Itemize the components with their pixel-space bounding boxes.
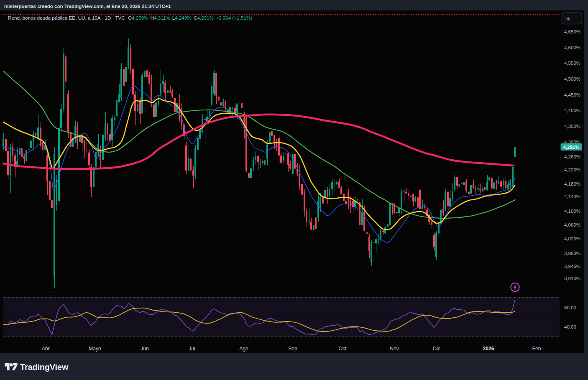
svg-text:4,650%: 4,650% bbox=[564, 29, 580, 34]
svg-text:60,00: 60,00 bbox=[564, 305, 576, 310]
svg-text:4,100%: 4,100% bbox=[564, 209, 580, 214]
svg-text:Rend. bonos deuda pública EE.: Rend. bonos deuda pública EE. UU. a 10A … bbox=[8, 15, 252, 20]
svg-text:Feb: Feb bbox=[532, 346, 541, 352]
svg-text:4,450%: 4,450% bbox=[564, 92, 580, 97]
svg-text:4,600%: 4,600% bbox=[564, 45, 580, 50]
svg-text:Jun: Jun bbox=[141, 346, 149, 352]
svg-text:4,140%: 4,140% bbox=[564, 194, 580, 199]
svg-text:4,220%: 4,220% bbox=[564, 167, 580, 172]
svg-text:Ago: Ago bbox=[239, 346, 248, 352]
svg-text:4,350%: 4,350% bbox=[564, 124, 580, 129]
svg-text:4,260%: 4,260% bbox=[564, 154, 580, 159]
svg-text:TradingView: TradingView bbox=[20, 362, 69, 372]
svg-text:3,945%: 3,945% bbox=[564, 264, 580, 269]
svg-text:4,500%: 4,500% bbox=[564, 77, 580, 82]
svg-text:%: % bbox=[565, 15, 570, 22]
svg-text:Mayo: Mayo bbox=[89, 346, 101, 352]
svg-text:misterpuertas creado con Tradi: misterpuertas creado con TradingView.com… bbox=[4, 3, 171, 9]
svg-text:Oct: Oct bbox=[339, 346, 347, 352]
svg-text:Jul: Jul bbox=[189, 346, 195, 352]
svg-text:4,180%: 4,180% bbox=[564, 181, 580, 186]
svg-text:3,980%: 3,980% bbox=[564, 251, 580, 256]
svg-text:Sep: Sep bbox=[288, 346, 297, 352]
svg-text:Dic: Dic bbox=[433, 346, 440, 352]
svg-text:4,400%: 4,400% bbox=[564, 108, 580, 113]
svg-text:Nov: Nov bbox=[390, 346, 399, 352]
svg-text:3,910%: 3,910% bbox=[564, 276, 580, 281]
svg-text:4,291%: 4,291% bbox=[563, 145, 579, 150]
svg-text:4,020%: 4,020% bbox=[564, 236, 580, 241]
svg-text:40,00: 40,00 bbox=[564, 324, 576, 329]
svg-text:4,550%: 4,550% bbox=[564, 61, 580, 66]
svg-text:2026: 2026 bbox=[483, 346, 494, 352]
svg-text:Abr: Abr bbox=[42, 346, 50, 352]
svg-text:4,060%: 4,060% bbox=[564, 222, 580, 227]
